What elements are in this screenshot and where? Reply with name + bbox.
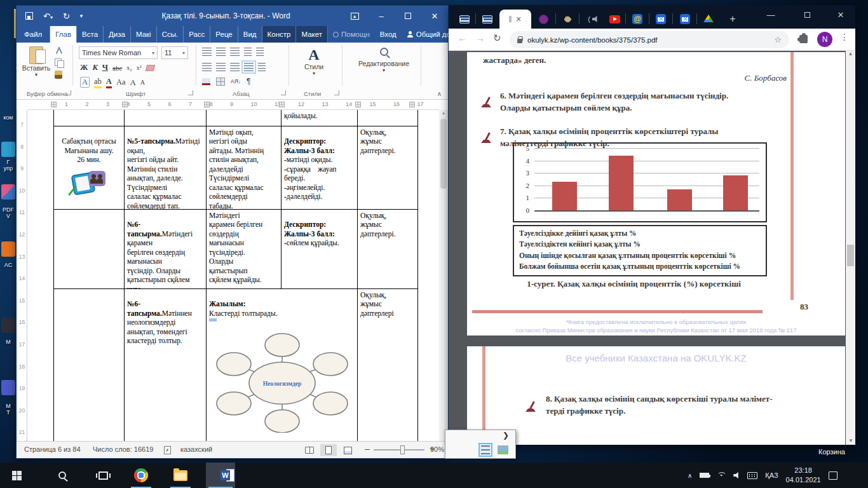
pdf-scrollbar[interactable]: ▲ ▼	[846, 51, 855, 445]
document-page[interactable]: қойылады. Сабақтың ортасы Мағынаны ашу. …	[28, 110, 439, 441]
minimize-button[interactable]: –	[368, 6, 395, 26]
table-column-marker[interactable]	[51, 102, 57, 107]
chrome-minimize-button[interactable]: —	[757, 5, 784, 24]
align-center-icon[interactable]	[216, 63, 226, 71]
taskbar-chrome-button[interactable]	[127, 463, 155, 488]
extensions-icon[interactable]	[799, 35, 808, 43]
pilcrow-icon[interactable]: ¶	[247, 77, 250, 86]
justify-icon[interactable]	[244, 63, 254, 71]
touch-keyboard-icon[interactable]	[747, 472, 757, 479]
tab-review[interactable]: Реце	[210, 26, 238, 43]
multilevel-list-icon[interactable]	[230, 48, 240, 56]
table-column-marker[interactable]	[355, 102, 361, 107]
zoom-slider-thumb[interactable]	[400, 445, 405, 454]
table-cell-descriptor[interactable]: Дескриптор: Жалпы-3 балл:-сөйлем құрайды…	[281, 210, 358, 289]
table-cell[interactable]: Мәтінді оқып, негізгі ойды айтады. Мәтін…	[207, 126, 281, 210]
table-cell-resources[interactable]: Оқулық, жұмыс дәптерлері.	[358, 126, 418, 210]
underline-button[interactable]: Ч	[102, 63, 108, 72]
new-tab-button[interactable]: +	[722, 10, 743, 29]
taskbar-word-button[interactable]: W	[206, 463, 235, 488]
tab-mail-1[interactable]	[650, 10, 672, 29]
italic-button[interactable]: К	[92, 63, 97, 72]
table-column-marker[interactable]	[409, 102, 415, 107]
scroll-down-icon[interactable]: ▼	[848, 438, 853, 444]
back-icon[interactable]: ←	[458, 32, 467, 43]
chevron-right-icon[interactable]: ❯	[503, 431, 509, 440]
taskbar-explorer-button[interactable]	[166, 463, 194, 488]
wifi-icon[interactable]	[717, 472, 726, 479]
grow-font-button[interactable]: А	[130, 78, 135, 88]
table-cell-writing[interactable]: Жазылым: Кластерді толтырады.	[207, 289, 358, 441]
table-cell[interactable]: Мәтіндегі қарамен берілген сөздердің мағ…	[207, 210, 281, 289]
bookmark-star-icon[interactable]: ☆	[774, 35, 782, 44]
background-window-fragment[interactable]: ❯	[445, 430, 516, 459]
tab-view[interactable]: Вид	[238, 26, 262, 43]
tab-mail-2[interactable]	[674, 10, 696, 29]
table-column-marker[interactable]	[122, 102, 128, 107]
chrome-maximize-button[interactable]	[794, 5, 820, 24]
close-button[interactable]: ✕	[421, 6, 448, 26]
desktop-icon-label[interactable]: АС	[0, 262, 17, 268]
tab-table-design[interactable]: Констр	[262, 26, 297, 43]
table-cell-stage[interactable]: Сабақтың ортасы Мағынаны ашу. 26 мин.	[54, 126, 125, 210]
restore-button[interactable]	[395, 6, 421, 26]
bold-button[interactable]: Ж	[80, 63, 88, 72]
tray-expand-icon[interactable]: ∧	[688, 472, 692, 479]
tab-findkino[interactable]	[532, 10, 554, 29]
sign-in-button[interactable]: Вход	[375, 26, 402, 43]
word-count[interactable]: Число слов: 16619	[93, 445, 153, 453]
desktop-icon-fragment[interactable]	[1, 380, 15, 395]
borders-icon[interactable]	[216, 78, 225, 86]
undo-icon[interactable]: ↶▾	[43, 11, 53, 21]
styles-button[interactable]: А Стили▾	[295, 46, 333, 76]
bullets-icon[interactable]	[202, 48, 212, 56]
tab-youtube[interactable]	[604, 10, 625, 29]
tab-okulyk-2[interactable]	[477, 10, 498, 29]
shading-icon[interactable]	[202, 78, 210, 85]
format-painter-icon[interactable]	[55, 71, 62, 79]
tell-me-助-button[interactable]: Помощн	[328, 26, 375, 43]
table-cell-resources[interactable]: Оқулық, жұмыс дәптерлері.	[358, 210, 418, 289]
desktop-icon-fragment[interactable]	[1, 184, 15, 200]
profile-avatar[interactable]: N	[817, 32, 832, 47]
font-size-select[interactable]: 11▾	[161, 46, 188, 59]
pdf-viewer[interactable]: жастарда» деген. С. Борбасов 6. Мәтіндег…	[449, 51, 855, 445]
desktop-icon-fragment[interactable]	[1, 318, 15, 333]
line-spacing-icon[interactable]	[258, 63, 266, 71]
styles-dialog-launcher[interactable]	[334, 90, 339, 95]
tab-insert[interactable]: Вста	[76, 26, 104, 43]
chrome-menu-icon[interactable]: ⋮	[840, 32, 849, 42]
zoom-out-button[interactable]: –	[365, 444, 370, 454]
horizontal-ruler[interactable]: 1 2 3 4 5 6 7 8 9 10 11 12 13 14 15 16 1…	[28, 100, 439, 110]
table-cell-task6[interactable]: №6-тапсырма.Мәтіндегі қарамен берілген с…	[125, 210, 207, 289]
decrease-indent-icon[interactable]	[244, 48, 252, 56]
language-indicator[interactable]: ҚАЗ	[765, 471, 778, 479]
web-layout-icon[interactable]	[339, 444, 356, 456]
table-cell-descriptor[interactable]: Дескриптор: Жалпы-3 балл:-мәтінді оқиды.…	[281, 126, 358, 210]
tab-google-drive[interactable]	[698, 10, 719, 29]
page-count[interactable]: Страница 6 из 84	[24, 445, 81, 453]
tab-ornament[interactable]	[557, 10, 578, 29]
highlight-color-button[interactable]: ab	[94, 77, 102, 88]
table-cell-task5[interactable]: №5-тапсырма.Мәтінді оқып, негізгі ойды а…	[125, 126, 207, 210]
clipboard-dialog-launcher[interactable]	[66, 90, 71, 95]
tab-design[interactable]: Диза	[104, 26, 131, 43]
print-layout-icon[interactable]	[320, 444, 337, 456]
address-bar[interactable]: okulyk.kz/wp-content/books/375/375.pdf ☆	[510, 31, 789, 48]
picture-icon[interactable]	[498, 445, 508, 454]
desktop-icon-label[interactable]: ком	[0, 114, 17, 121]
save-icon[interactable]	[25, 12, 33, 20]
chrome-close-button[interactable]: ✕	[827, 5, 854, 24]
editing-button[interactable]: Редактирование▾	[352, 48, 416, 73]
desktop-icon-fragment[interactable]	[1, 241, 15, 257]
increase-indent-icon[interactable]	[256, 48, 264, 56]
table-cell[interactable]: қойылады.	[281, 110, 358, 126]
sort-icon[interactable]: АЯ↓	[231, 78, 241, 85]
tab-file[interactable]: Файл	[17, 26, 50, 43]
recycle-bin-label[interactable]: Корзина	[818, 448, 845, 456]
desktop-icon-fragment[interactable]	[1, 142, 15, 157]
shrink-font-button[interactable]: А	[140, 79, 145, 86]
strikethrough-button[interactable]: abc	[112, 64, 122, 72]
lesson-plan-table[interactable]: қойылады. Сабақтың ортасы Мағынаны ашу. …	[53, 110, 418, 441]
align-right-icon[interactable]	[230, 63, 240, 71]
